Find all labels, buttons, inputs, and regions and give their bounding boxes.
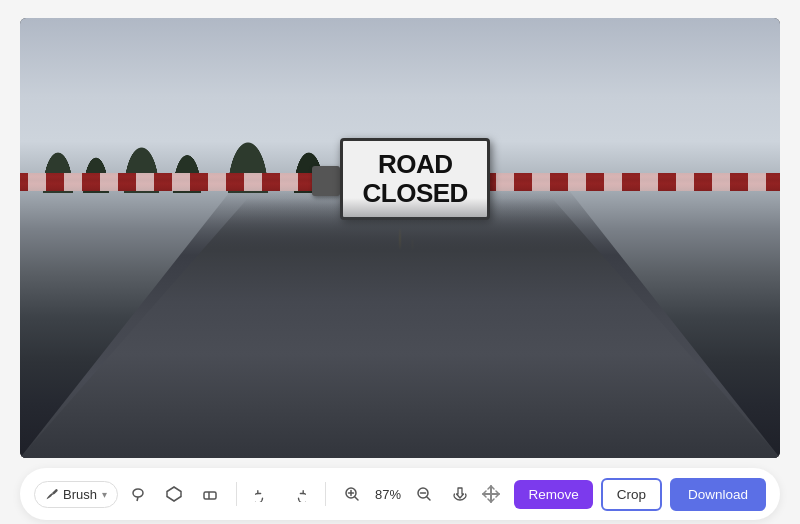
zoom-in-button[interactable] [336, 478, 368, 510]
polygon-icon [166, 486, 182, 502]
toolbar-right: Remove Crop Download [514, 478, 766, 511]
divider-1 [236, 482, 237, 506]
divider-2 [325, 482, 326, 506]
toolbar-left: Brush ▾ [34, 478, 476, 510]
svg-line-1 [137, 497, 138, 501]
pan-icon [452, 486, 468, 502]
zoom-in-icon [344, 486, 360, 502]
crop-button[interactable]: Crop [601, 478, 662, 511]
road-surface [20, 188, 780, 458]
image-overlay: ROAD CLOSED [20, 18, 780, 458]
remove-button[interactable]: Remove [514, 480, 592, 509]
center-line-left [397, 228, 403, 458]
redo-button[interactable] [283, 478, 315, 510]
download-button[interactable]: Download [670, 478, 766, 511]
sign-bracket [312, 166, 340, 196]
redo-icon [291, 487, 306, 502]
undo-icon [255, 487, 270, 502]
lasso-tool-button[interactable] [122, 478, 154, 510]
zoom-controls: 87% [336, 478, 440, 510]
road-closed-sign: ROAD CLOSED [340, 138, 490, 220]
eraser-tool-button[interactable] [194, 478, 226, 510]
pan-tool-button[interactable] [444, 478, 476, 510]
chevron-down-icon: ▾ [102, 489, 107, 500]
main-image: ROAD CLOSED [20, 18, 780, 458]
svg-point-0 [133, 489, 143, 497]
svg-line-8 [355, 497, 358, 500]
canvas-area: ROAD CLOSED [20, 18, 780, 458]
brush-icon [44, 487, 58, 501]
zoom-value: 87% [370, 487, 406, 502]
zoom-out-button[interactable] [408, 478, 440, 510]
eraser-icon [202, 486, 218, 502]
undo-button[interactable] [247, 478, 279, 510]
move-icon-wrap[interactable] [480, 479, 502, 509]
svg-marker-2 [167, 487, 181, 501]
polygon-tool-button[interactable] [158, 478, 190, 510]
lasso-icon [130, 486, 146, 502]
brush-label: Brush [63, 487, 97, 502]
toolbar: Brush ▾ [20, 468, 780, 520]
center-line-right [410, 238, 415, 458]
svg-rect-3 [204, 492, 216, 499]
svg-line-11 [427, 497, 430, 500]
brush-button[interactable]: Brush ▾ [34, 481, 118, 508]
sign-text: ROAD CLOSED [363, 150, 468, 207]
move-icon [482, 485, 500, 503]
zoom-out-icon [416, 486, 432, 502]
